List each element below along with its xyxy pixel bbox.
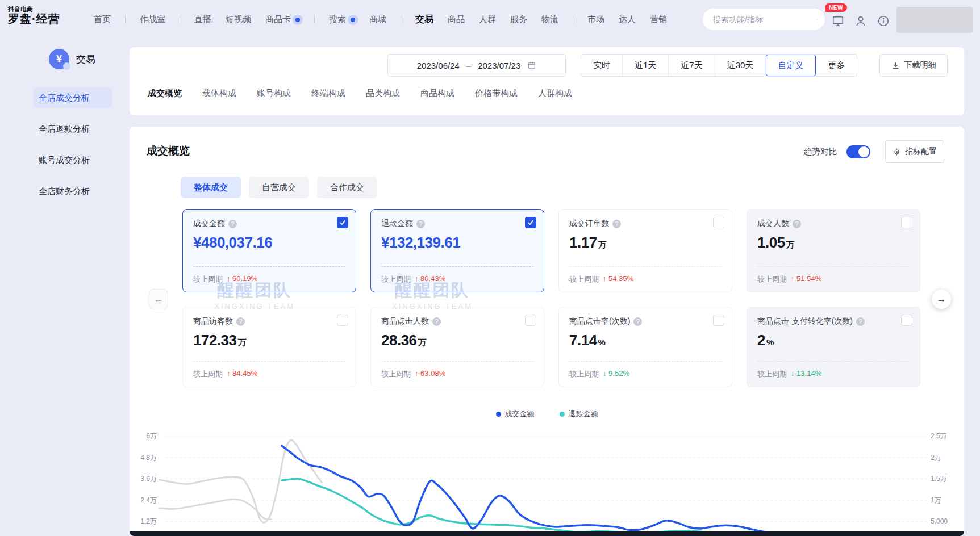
monitor-icon[interactable]	[832, 15, 844, 27]
sidebar-items: 全店成交分析全店退款分析账号成交分析全店财务分析	[33, 87, 112, 212]
compare-label: 较上周期	[193, 369, 223, 379]
subtab[interactable]: 成交概览	[148, 88, 182, 99]
nav-item[interactable]: 作战室	[140, 14, 165, 25]
top-nav: 抖音电商 罗盘·经营 首页作战室直播短视频商品卡搜索商城交易商品人群服务物流市场…	[0, 0, 980, 39]
legend-item[interactable]: 退款金额	[560, 409, 598, 419]
card-divider	[757, 266, 910, 267]
help-icon[interactable]: ?	[793, 220, 801, 228]
subtab[interactable]: 品类构成	[366, 88, 400, 99]
metric-card[interactable]: 商品点击率(次数)?7.14%较上周期↓ 9.52%	[558, 307, 732, 387]
nav-item[interactable]: 商品卡	[265, 14, 300, 25]
metric-checkbox[interactable]	[525, 315, 536, 326]
scope-tab[interactable]: 整体成交	[181, 177, 241, 198]
search-input[interactable]	[712, 14, 817, 24]
range-preset[interactable]: 实时	[581, 55, 623, 76]
metric-config-label: 指标配置	[905, 146, 937, 157]
range-preset[interactable]: 自定义	[766, 55, 816, 76]
metric-checkbox[interactable]	[713, 315, 724, 326]
subtab[interactable]: 价格带构成	[475, 88, 518, 99]
metric-checkbox[interactable]	[901, 315, 912, 326]
metric-value: 172.33万	[193, 332, 345, 349]
range-preset[interactable]: 近7天	[669, 55, 715, 76]
nav-item[interactable]: 首页	[94, 14, 111, 25]
subtab[interactable]: 账号构成	[257, 88, 291, 99]
info-icon[interactable]	[877, 15, 890, 27]
help-icon[interactable]: ?	[633, 317, 642, 326]
nav-item[interactable]: 营销	[650, 14, 667, 25]
nav-item[interactable]: 交易	[415, 14, 433, 26]
metric-value: 7.14%	[569, 332, 722, 349]
nav-item[interactable]: 短视频	[226, 14, 251, 25]
compare-value: ↑ 84.45%	[227, 369, 257, 379]
nav-divider	[125, 15, 126, 23]
subtab[interactable]: 人群构成	[538, 88, 572, 99]
user-info-blurred[interactable]	[896, 7, 973, 33]
metric-card[interactable]: 成交人数?1.05万较上周期↑ 51.54%	[747, 209, 920, 292]
nav-item[interactable]: 物流	[541, 14, 558, 25]
metric-checkbox[interactable]	[337, 217, 348, 228]
help-icon[interactable]: ?	[228, 220, 237, 228]
help-icon[interactable]: ?	[856, 317, 865, 326]
help-icon[interactable]: ?	[612, 220, 621, 228]
carousel-right-button[interactable]: →	[932, 290, 951, 309]
help-icon[interactable]: ?	[236, 317, 245, 326]
scope-tab[interactable]: 合作成交	[317, 177, 377, 198]
nav-divider	[314, 15, 315, 23]
subtab[interactable]: 商品构成	[420, 88, 454, 99]
global-search[interactable]	[703, 9, 825, 30]
subtab[interactable]: 终端构成	[311, 88, 345, 99]
nav-item[interactable]: 达人	[619, 14, 636, 25]
metric-card[interactable]: 成交金额?¥480,037.16较上周期↑ 60.19%	[182, 209, 356, 292]
metric-unit: 万	[786, 240, 795, 249]
nav-item[interactable]: 商城	[369, 14, 386, 25]
metric-value: 1.17万	[569, 234, 722, 252]
series-line-3	[282, 446, 800, 536]
metric-checkbox[interactable]	[713, 217, 724, 228]
metric-card[interactable]: 退款金额?¥132,139.61较上周期↑ 80.43%	[370, 209, 544, 292]
metric-label-text: 退款金额	[381, 219, 413, 229]
metric-checkbox[interactable]	[901, 217, 912, 228]
subtab[interactable]: 载体构成	[202, 88, 236, 99]
download-details-button[interactable]: 下载明细	[879, 54, 948, 77]
yen-circle-icon: ¥	[49, 49, 69, 69]
metric-label-text: 成交人数	[757, 219, 789, 229]
date-range-picker[interactable]: 2023/06/24 – 2023/07/23	[387, 54, 566, 77]
range-preset[interactable]: 近1天	[623, 55, 669, 76]
nav-item[interactable]: 直播	[194, 14, 211, 25]
sidebar-item[interactable]: 全店成交分析	[33, 87, 112, 108]
metric-compare: 较上周期↑ 84.45%	[193, 369, 257, 379]
sidebar-item[interactable]: 全店退款分析	[33, 119, 112, 139]
legend-label: 成交金额	[505, 409, 535, 419]
metric-checkbox[interactable]	[337, 315, 348, 326]
metric-card[interactable]: 成交订单数?1.17万较上周期↑ 54.35%	[558, 209, 732, 292]
compare-value: ↑ 80.43%	[415, 274, 445, 284]
nav-item[interactable]: 人群	[479, 14, 496, 25]
nav-item[interactable]: 商品	[448, 14, 465, 25]
scope-tab[interactable]: 自营成交	[249, 177, 309, 198]
nav-divider	[180, 15, 180, 23]
carousel-left-button[interactable]: ←	[149, 289, 168, 309]
metric-checkbox[interactable]	[525, 217, 536, 228]
app-logo[interactable]: 抖音电商 罗盘·经营	[8, 6, 60, 25]
range-preset[interactable]: 更多	[816, 55, 857, 76]
metric-config-button[interactable]: 指标配置	[885, 140, 944, 163]
sidebar-item[interactable]: 账号成交分析	[33, 150, 112, 170]
nav-item[interactable]: 搜索	[329, 14, 355, 25]
metric-label: 商品点击率(次数)?	[569, 316, 711, 326]
user-icon[interactable]	[854, 15, 867, 27]
metric-card[interactable]: 商品点击人数?28.36万较上周期↑ 63.08%	[370, 307, 544, 387]
trend-compare-toggle[interactable]	[846, 145, 870, 158]
metric-compare: 较上周期↓ 13.14%	[757, 369, 821, 379]
card-divider	[381, 361, 533, 362]
metric-label-text: 商品访客数	[193, 316, 233, 326]
metric-card[interactable]: 商品访客数?172.33万较上周期↑ 84.45%	[182, 307, 356, 387]
card-divider	[193, 266, 345, 267]
nav-item[interactable]: 市场	[587, 14, 604, 25]
help-icon[interactable]: ?	[416, 220, 425, 228]
help-icon[interactable]: ?	[432, 317, 441, 326]
range-preset[interactable]: 近30天	[715, 55, 766, 76]
legend-item[interactable]: 成交金额	[496, 409, 535, 419]
sidebar-item[interactable]: 全店财务分析	[33, 181, 112, 202]
metric-card[interactable]: 商品点击-支付转化率(次数)?2%较上周期↓ 13.14%	[747, 307, 920, 387]
nav-item[interactable]: 服务	[510, 14, 527, 25]
